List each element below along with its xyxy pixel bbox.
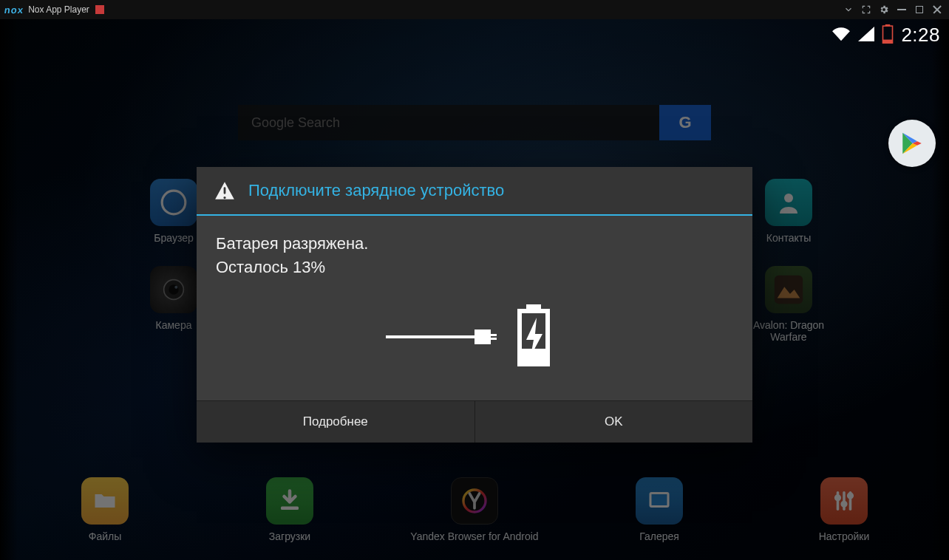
clock: 2:28 (901, 24, 940, 47)
dialog-line1: Батарея разряжена. (216, 232, 733, 256)
svg-rect-20 (475, 329, 491, 344)
dialog-header: Подключите зарядное устройство (197, 167, 752, 214)
settings-icon[interactable] (877, 2, 891, 17)
battery-dialog: Подключите зарядное устройство Батарея р… (197, 167, 752, 443)
dialog-ok-button[interactable]: OK (475, 401, 753, 443)
android-status-bar: 2:28 (831, 24, 940, 47)
minimize-button[interactable] (894, 2, 909, 17)
play-store-fab[interactable] (888, 120, 936, 167)
warning-icon (214, 180, 235, 201)
dialog-more-button[interactable]: Подробнее (197, 401, 475, 443)
charger-illustration-icon (216, 300, 733, 374)
dialog-message: Батарея разряжена. Осталось 13% (216, 232, 733, 279)
fullscreen-icon[interactable] (859, 2, 874, 17)
dropdown-icon[interactable] (841, 2, 856, 17)
window-title: Nox App Player (28, 4, 89, 15)
wifi-icon (831, 27, 851, 44)
svg-rect-24 (526, 304, 541, 309)
dialog-actions: Подробнее OK (197, 400, 752, 443)
recording-indicator-icon (95, 5, 104, 14)
signal-icon (858, 27, 874, 44)
close-button[interactable] (930, 2, 945, 17)
dialog-body: Батарея разряжена. Осталось 13% (197, 216, 752, 400)
nox-logo: nox (4, 4, 24, 16)
svg-rect-2 (883, 39, 893, 43)
svg-rect-22 (491, 338, 497, 340)
emulator-viewport: 2:28 G Браузер Контакты Камера (0, 19, 949, 560)
svg-rect-26 (522, 349, 545, 362)
battery-low-icon (882, 24, 894, 47)
dialog-title: Подключите зарядное устройство (248, 181, 504, 200)
svg-rect-19 (386, 335, 475, 338)
maximize-button[interactable] (912, 2, 927, 17)
title-bar: nox Nox App Player (0, 0, 949, 19)
svg-rect-21 (491, 334, 497, 336)
dialog-line2: Осталось 13% (216, 256, 733, 279)
